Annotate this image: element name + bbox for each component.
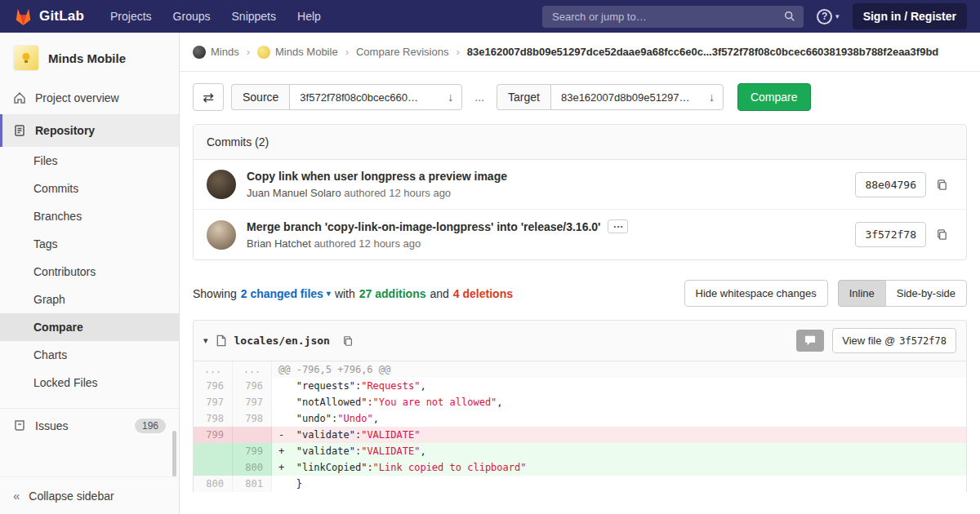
copy-sha-button[interactable] [931,225,953,244]
sidebar-item-locked-files[interactable]: Locked Files [0,369,179,397]
project-header[interactable]: Minds Mobile [0,33,179,82]
diff-line-addition: 800 + "linkCopied":"Link copied to clipb… [194,459,966,476]
sidebar-item-project-overview[interactable]: Project overview [0,82,179,114]
copy-path-button[interactable] [337,332,359,350]
breadcrumb-separator: › [456,46,459,58]
target-group: Target 83e162007d8b09e51297… ↓ [497,84,724,110]
commit-description-toggle[interactable]: … [608,219,628,233]
commit-sha[interactable]: 88e04796 [855,172,926,197]
breadcrumb-minds[interactable]: Minds [193,46,239,59]
old-line-number[interactable]: 799 [194,427,233,443]
diff-filename[interactable]: locales/en.json [234,335,330,347]
sidebar-item-compare[interactable]: Compare [0,313,179,341]
source-ref-dropdown[interactable]: 3f572f78f08c0bcec660… ↓ [289,84,462,110]
brand-name: GitLab [39,8,84,24]
comment-icon [804,335,816,346]
gitlab-home-link[interactable]: GitLab [13,7,84,26]
collapse-sidebar-button[interactable]: « Collapse sidebar [0,476,179,514]
commit-author[interactable]: Juan Manuel Solaro [247,187,341,199]
new-line-number[interactable]: 797 [233,394,272,410]
copy-sha-button[interactable] [931,175,953,194]
new-line-number[interactable]: 801 [233,476,272,492]
commit-sha[interactable]: 3f572f78 [855,222,926,247]
project-name: Minds Mobile [48,51,126,65]
commit-title[interactable]: Merge branch 'copy-link-on-image-longpre… [247,219,844,233]
diff-file-actions: View file @ 3f572f78 [796,328,956,353]
issues-icon [13,419,26,432]
nav-item-groups[interactable]: Groups [165,6,219,27]
sidebar-item-contributors[interactable]: Contributors [0,258,179,286]
commits-panel-header: Commits (2) [194,125,966,160]
file-icon [216,335,227,347]
collapse-diff-icon[interactable]: ▾ [203,335,208,346]
commit-title[interactable]: Copy link when user longpress a preview … [247,170,844,183]
new-line-number[interactable]: 800 [233,459,272,476]
old-line-number[interactable]: 797 [194,394,233,410]
new-line-number[interactable] [233,427,272,443]
and-label: and [430,287,448,300]
nav-item-help[interactable]: Help [289,6,329,27]
main-content: Minds › Minds Mobile › Compare Revisions… [180,33,980,492]
issues-count-badge: 196 [135,419,166,433]
search-input[interactable] [550,10,784,24]
toggle-comments-button[interactable] [796,330,824,352]
dropdown-arrow-icon: ↓ [709,91,715,104]
inline-view-button[interactable]: Inline [838,280,886,307]
view-file-sha: 3f572f78 [899,335,947,347]
commit-time: authored 12 hours ago [344,187,451,199]
breadcrumb-label: Minds [211,46,239,58]
nav-item-projects[interactable]: Projects [102,6,160,27]
old-line-number[interactable] [194,443,233,459]
changed-files-dropdown[interactable]: 2 changed files ▾ [241,287,331,300]
sidebar-item-tags[interactable]: Tags [0,230,179,258]
sidebar-item-commits[interactable]: Commits [0,175,179,202]
new-line-number[interactable]: 799 [233,443,272,459]
sidebar-item-label: Repository [35,124,95,137]
nav-item-snippets[interactable]: Snippets [224,6,284,27]
sidebar-item-repository[interactable]: Repository [0,114,179,147]
help-menu[interactable]: ? ▾ [817,9,840,24]
old-line-number[interactable]: 800 [194,476,233,492]
compare-button[interactable]: Compare [737,83,811,111]
target-ref-dropdown[interactable]: 83e162007d8b09e51297… ↓ [550,84,724,110]
repository-icon [13,124,26,137]
diff-file-panel: ▾ locales/en.json View file @ 3f572f78 [193,320,967,492]
source-label: Source [231,84,289,110]
breadcrumb-label: Minds Mobile [275,46,338,58]
breadcrumb-minds-mobile[interactable]: Minds Mobile [257,46,338,59]
top-navbar: GitLab Projects Groups Snippets Help ? ▾… [0,0,980,33]
side-by-side-view-button[interactable]: Side-by-side [885,280,967,307]
old-line-number[interactable] [194,459,233,476]
view-file-button[interactable]: View file @ 3f572f78 [832,328,956,353]
swap-revisions-button[interactable]: ⇄ [193,83,224,111]
old-line-number[interactable]: 796 [194,378,233,394]
sidebar-item-branches[interactable]: Branches [0,202,179,230]
sidebar-scrollbar[interactable] [172,431,176,476]
sidebar-item-label: Project overview [35,91,119,104]
sidebar-item-files[interactable]: Files [0,147,179,175]
view-file-label: View file @ [842,335,895,347]
sidebar-item-issues[interactable]: Issues 196 [0,408,179,443]
commit-author[interactable]: Brian Hatchet [247,237,311,250]
project-avatar-small [257,46,270,59]
sidebar-item-charts[interactable]: Charts [0,341,179,369]
hide-whitespace-button[interactable]: Hide whitespace changes [684,280,828,307]
group-avatar [193,46,206,59]
collapse-label: Collapse sidebar [29,490,114,503]
new-line-number[interactable]: 798 [233,410,272,427]
global-search[interactable] [542,6,804,28]
commit-row: Merge branch 'copy-link-on-image-longpre… [194,209,966,259]
diff-view-controls: Hide whitespace changes Inline Side-by-s… [684,280,968,307]
diff-line-context: 797 797 "notAllowed":"You are not allowe… [194,394,966,410]
new-line-number[interactable]: 796 [233,378,272,394]
old-line-number[interactable]: 798 [194,410,233,427]
breadcrumb-compare-revisions[interactable]: Compare Revisions [356,46,448,58]
breadcrumb-label: Compare Revisions [356,46,448,58]
project-avatar [13,45,39,71]
sign-in-register-button[interactable]: Sign in / Register [853,3,967,29]
compare-form: ⇄ Source 3f572f78f08c0bcec660… ↓ ... Tar… [180,72,980,122]
old-line-number[interactable]: ... [194,361,233,378]
new-line-number[interactable]: ... [233,361,272,378]
additions-count: 27 additions [359,287,426,300]
sidebar-item-graph[interactable]: Graph [0,286,179,313]
